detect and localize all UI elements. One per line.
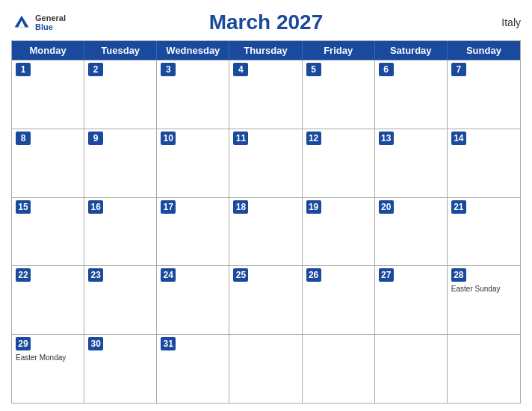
day-cell: 8 — [12, 129, 84, 197]
day-cell: 24 — [157, 266, 229, 334]
day-cell: 20 — [375, 198, 448, 266]
day-header-sunday: Sunday — [448, 41, 520, 60]
day-cell: 30 — [84, 335, 157, 403]
day-cell: 29Easter Monday — [12, 335, 84, 403]
day-cell: 23 — [84, 266, 157, 334]
calendar-header: General Blue March 2027 Italy — [11, 7, 521, 34]
week-row-2: 891011121314 — [12, 129, 520, 197]
day-number: 21 — [451, 200, 466, 214]
day-number: 24 — [161, 268, 176, 282]
day-number: 27 — [379, 268, 394, 282]
day-cell: 15 — [12, 198, 84, 266]
day-header-monday: Monday — [12, 41, 84, 60]
day-number: 26 — [306, 268, 321, 282]
day-cell: 13 — [375, 129, 448, 197]
day-number: 5 — [306, 63, 321, 76]
calendar: MondayTuesdayWednesdayThursdayFridaySatu… — [11, 40, 521, 404]
day-header-tuesday: Tuesday — [84, 41, 157, 60]
day-cell: 9 — [84, 129, 157, 197]
day-cell: 5 — [303, 61, 375, 129]
day-cell: 27 — [375, 266, 448, 334]
day-number: 12 — [306, 132, 321, 145]
day-cell: 1 — [12, 61, 84, 129]
country-label: Italy — [501, 16, 521, 28]
day-event: Easter Monday — [16, 353, 80, 362]
day-number: 17 — [161, 200, 176, 214]
calendar-weeks: 1234567891011121314151617181920212223242… — [12, 60, 520, 403]
day-cell: 14 — [448, 129, 520, 197]
day-number: 14 — [451, 132, 466, 145]
day-cell: 3 — [157, 61, 229, 129]
day-number: 15 — [16, 200, 31, 214]
day-cell — [375, 335, 448, 403]
day-cell — [229, 335, 302, 403]
day-number: 29 — [16, 337, 31, 350]
day-cell: 26 — [303, 266, 375, 334]
day-cell: 21 — [448, 198, 520, 266]
week-row-1: 1234567 — [12, 60, 520, 129]
day-cell: 10 — [157, 129, 229, 197]
day-number: 11 — [233, 132, 248, 145]
day-cell — [448, 335, 520, 403]
day-number: 9 — [88, 132, 103, 145]
day-number: 4 — [233, 63, 248, 76]
day-number: 8 — [16, 132, 31, 145]
day-number: 18 — [233, 200, 248, 214]
logo-icon — [11, 12, 32, 33]
day-cell: 7 — [448, 61, 520, 129]
day-event: Easter Sunday — [451, 285, 516, 293]
day-number: 2 — [88, 63, 103, 76]
logo-general: General — [35, 13, 66, 22]
day-cell: 6 — [375, 61, 448, 129]
page-title: March 2027 — [209, 10, 324, 34]
day-number: 1 — [16, 63, 31, 76]
day-number: 31 — [161, 337, 176, 350]
week-row-3: 15161718192021 — [12, 197, 520, 266]
logo-blue: Blue — [35, 22, 66, 31]
day-number: 6 — [379, 63, 394, 76]
day-cell: 25 — [229, 266, 302, 334]
logo: General Blue — [11, 12, 66, 33]
day-headers-row: MondayTuesdayWednesdayThursdayFridaySatu… — [12, 41, 520, 60]
day-cell: 18 — [229, 198, 302, 266]
day-number: 28 — [451, 268, 466, 282]
day-cell: 4 — [229, 61, 302, 129]
day-cell: 28Easter Sunday — [448, 266, 520, 334]
logo-text: General Blue — [35, 13, 66, 31]
day-number: 3 — [161, 63, 176, 76]
day-number: 10 — [161, 132, 176, 145]
day-cell: 2 — [84, 61, 157, 129]
day-cell: 16 — [84, 198, 157, 266]
day-cell — [303, 335, 375, 403]
day-number: 30 — [88, 337, 103, 350]
week-row-5: 29Easter Monday3031 — [12, 334, 520, 403]
day-cell: 12 — [303, 129, 375, 197]
week-row-4: 22232425262728Easter Sunday — [12, 265, 520, 334]
day-cell: 31 — [157, 335, 229, 403]
day-header-saturday: Saturday — [375, 41, 448, 60]
day-cell: 11 — [229, 129, 302, 197]
day-number: 20 — [379, 200, 394, 214]
day-header-thursday: Thursday — [229, 41, 302, 60]
day-number: 22 — [16, 268, 31, 282]
day-number: 19 — [306, 200, 321, 214]
day-header-friday: Friday — [303, 41, 375, 60]
day-number: 25 — [233, 268, 248, 282]
day-cell: 19 — [303, 198, 375, 266]
day-number: 13 — [379, 132, 394, 145]
day-number: 23 — [88, 268, 103, 282]
day-cell: 17 — [157, 198, 229, 266]
day-cell: 22 — [12, 266, 84, 334]
day-number: 16 — [88, 200, 103, 214]
day-number: 7 — [451, 63, 466, 76]
day-header-wednesday: Wednesday — [157, 41, 229, 60]
